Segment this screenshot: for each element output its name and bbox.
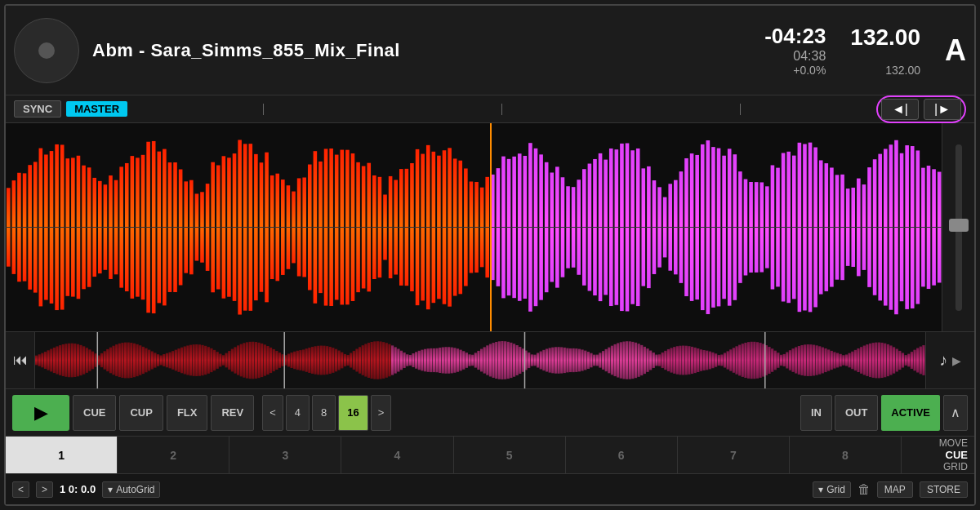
hotcue-cell-4[interactable]: 4 <box>341 437 453 473</box>
hotcue-label-8: 8 <box>842 449 849 462</box>
bpm-sub <box>917 51 920 64</box>
trash-icon[interactable]: 🗑 <box>858 482 871 497</box>
bpm-info: 132.00 132.00 <box>850 24 920 77</box>
nav-prev-button[interactable]: ◄| <box>881 99 919 120</box>
sync-button[interactable]: SYNC <box>14 100 61 118</box>
tick-mark <box>263 104 264 115</box>
loop-16-value[interactable]: 16 <box>338 395 368 431</box>
nav-next-button[interactable]: |► <box>924 99 961 120</box>
in-out-section: IN OUT <box>800 395 878 431</box>
pitch-slider-area <box>942 123 974 331</box>
map-button[interactable]: MAP <box>877 481 913 498</box>
flx-button[interactable]: FLX <box>167 395 208 431</box>
mini-waveform-container <box>35 332 925 388</box>
album-art-inner <box>38 42 55 59</box>
bpm-main: 132.00 <box>850 24 920 51</box>
play-button[interactable]: ▶ <box>12 395 69 431</box>
hotcue-label-6: 6 <box>618 449 625 462</box>
hotcue-cell-8[interactable]: 8 <box>790 437 901 473</box>
pitch-slider-thumb[interactable] <box>949 219 969 232</box>
hotcue-cell-3[interactable]: 3 <box>229 437 341 473</box>
time-remaining: -04:23 <box>764 24 826 49</box>
main-waveform <box>6 123 974 331</box>
header-row: Abm - Sara_Simms_855_Mix_Final -04:23 04… <box>6 6 974 95</box>
cue-button[interactable]: CUE <box>73 395 116 431</box>
hotcue-side: MOVE CUE GRID <box>901 437 974 473</box>
sync-row: SYNC MASTER ◄| |► <box>6 95 974 123</box>
cue-side-label: CUE <box>946 449 968 461</box>
hotcue-label-7: 7 <box>730 449 737 462</box>
active-button[interactable]: ACTIVE <box>881 395 940 431</box>
tick-marks <box>127 104 876 115</box>
album-art <box>14 18 79 83</box>
hotcue-cell-2[interactable]: 2 <box>118 437 229 473</box>
loop-section: < 4 8 16 > <box>262 395 391 431</box>
hotcue-cell-6[interactable]: 6 <box>566 437 678 473</box>
store-button[interactable]: STORE <box>920 481 968 498</box>
play-icon: ▶ <box>34 402 48 424</box>
loop-right-button[interactable]: > <box>371 395 392 431</box>
mini-start-button[interactable]: ⏮ <box>6 332 35 388</box>
mini-canvas <box>35 332 925 388</box>
next-arrow-button[interactable]: > <box>36 481 53 498</box>
controls-row: ▶ CUE CUP FLX REV < 4 8 16 > IN OUT ACTI… <box>6 388 974 436</box>
cup-button[interactable]: CUP <box>119 395 163 431</box>
loop-4-value[interactable]: 4 <box>286 395 310 431</box>
prev-arrow-button[interactable]: < <box>12 481 29 498</box>
autogrid-label: AutoGrid <box>116 484 154 495</box>
mini-end-area: ♪ ▶ <box>925 332 974 388</box>
pitch-slider-track <box>956 144 962 311</box>
in-button[interactable]: IN <box>800 395 832 431</box>
hotcue-label-2: 2 <box>170 449 176 462</box>
playhead <box>490 123 492 331</box>
nav-button-group: ◄| |► <box>876 95 966 123</box>
grid-side-label: GRID <box>943 461 968 472</box>
track-title: Abm - Sara_Simms_855_Mix_Final <box>92 40 764 61</box>
pitch-percent: +0.0% <box>793 64 826 77</box>
rev-button[interactable]: REV <box>211 395 254 431</box>
master-button[interactable]: MASTER <box>66 101 127 117</box>
move-label: MOVE <box>939 437 968 449</box>
hotcue-label-3: 3 <box>282 449 288 462</box>
hotcue-label-4: 4 <box>394 449 401 462</box>
time-info: -04:23 04:38 +0.0% <box>764 24 826 77</box>
hotcue-label-5: 5 <box>506 449 513 462</box>
hotcue-cell-1[interactable]: 1 <box>6 437 118 473</box>
autogrid-dropdown[interactable]: ▾ AutoGrid <box>102 481 160 498</box>
position-display: 1 0: 0.0 <box>60 483 96 495</box>
out-button[interactable]: OUT <box>835 395 878 431</box>
bpm-sub2: 132.00 <box>885 64 920 77</box>
note-icon: ♪ <box>939 351 947 370</box>
tick-mark <box>740 104 741 115</box>
mini-arrow: ▶ <box>952 354 961 367</box>
hotcue-label-1: 1 <box>58 449 65 462</box>
grid-dropdown-arrow-icon: ▾ <box>818 484 823 495</box>
waveform-section: SYNC MASTER ◄| |► ⏮ <box>6 95 974 388</box>
bottom-bar: < > 1 0: 0.0 ▾ AutoGrid ▾ Grid 🗑 MAP STO… <box>6 473 974 504</box>
hotcue-row: 1 2 3 4 5 6 7 8 MOVE CUE GRID <box>6 436 974 473</box>
tick-mark <box>501 104 502 115</box>
mini-waveform-row: ⏮ ♪ ▶ <box>6 331 974 388</box>
loop-left-button[interactable]: < <box>262 395 283 431</box>
deck-label: A <box>945 33 966 68</box>
grid-label: Grid <box>826 484 845 495</box>
loop-8-value[interactable]: 8 <box>312 395 336 431</box>
hotcue-cell-7[interactable]: 7 <box>678 437 790 473</box>
dropdown-arrow-icon: ▾ <box>108 484 113 495</box>
expand-button[interactable]: ∧ <box>943 395 968 431</box>
hotcue-cell-5[interactable]: 5 <box>454 437 566 473</box>
time-total: 04:38 <box>793 49 826 64</box>
main-container: Abm - Sara_Simms_855_Mix_Final -04:23 04… <box>4 4 976 506</box>
grid-dropdown[interactable]: ▾ Grid <box>813 481 851 498</box>
